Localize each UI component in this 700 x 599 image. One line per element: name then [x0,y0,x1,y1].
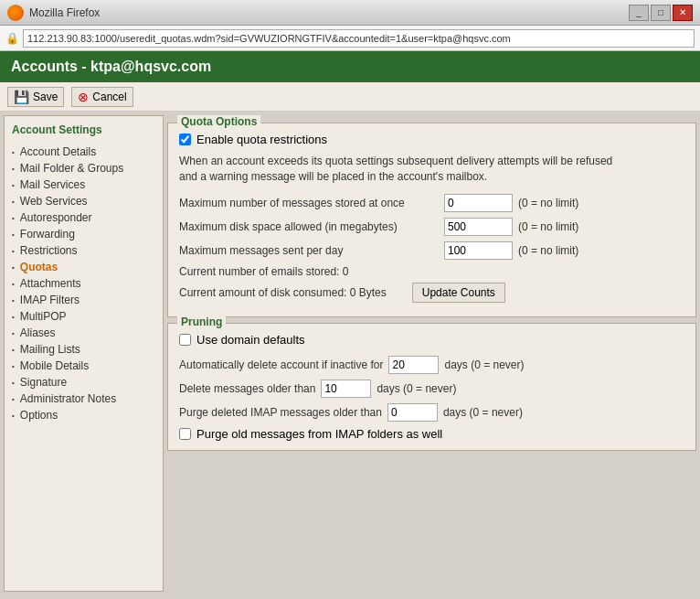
bullet-icon: • [12,412,15,420]
use-domain-label: Use domain defaults [196,333,305,347]
purge-imap-input[interactable] [387,403,438,422]
bullet-icon: • [12,346,15,354]
use-domain-row: Use domain defaults [179,333,684,347]
address-input[interactable] [23,29,695,48]
current-emails-row: Current number of emails stored: 0 [179,265,684,278]
max-sent-label: Maximum messages sent per day [179,244,444,257]
max-disk-row: Maximum disk space allowed (in megabytes… [179,218,684,236]
bullet-icon: • [12,165,15,173]
quota-description: When an account exceeds its quota settin… [179,154,618,185]
enable-quota-row: Enable quota restrictions [179,133,684,146]
sidebar-item-quotas[interactable]: •Quotas [12,259,155,275]
sidebar-item-admin-notes[interactable]: •Administrator Notes [12,390,155,407]
bullet-icon: • [12,230,15,239]
cancel-icon: ⊗ [78,90,89,104]
bullet-icon: • [12,198,15,206]
max-disk-hint: (0 = no limit) [518,220,578,233]
minimize-button[interactable]: _ [629,5,649,21]
title-bar-left: Mozilla Firefox [7,5,100,21]
bullet-icon: • [12,181,15,189]
bullet-icon: • [12,214,15,222]
firefox-icon [7,5,24,21]
sidebar-item-multipop[interactable]: •MultiPOP [12,308,155,325]
bullet-icon: • [12,280,15,288]
bullet-icon: • [12,296,15,305]
sidebar-item-mailing-lists[interactable]: •Mailing Lists [12,341,155,358]
sidebar-item-restrictions[interactable]: •Restrictions [12,242,155,259]
sidebar-item-imap-filters[interactable]: •IMAP Filters [12,292,155,308]
cancel-button[interactable]: ⊗ Cancel [71,87,133,107]
bullet-icon: • [12,362,15,370]
page-title: Accounts - ktpa@hqsvc.com [11,59,211,74]
max-sent-hint: (0 = no limit) [518,244,578,257]
pruning-section: Pruning Use domain defaults Automaticall… [167,323,696,451]
bullet-icon: • [12,148,15,156]
window-title: Mozilla Firefox [29,6,100,19]
purge-old-row: Purge old messages from IMAP folders as … [179,427,684,441]
cancel-label: Cancel [92,91,126,103]
max-messages-input[interactable] [444,194,513,212]
close-button[interactable]: ✕ [673,5,693,21]
sidebar-item-mail-folder[interactable]: •Mail Folder & Groups [12,160,155,176]
toolbar: 💾 Save ⊗ Cancel [0,82,700,112]
bullet-icon: • [12,395,15,403]
inactive-input[interactable] [388,356,439,374]
quota-options-legend: Quota Options [177,115,260,128]
current-emails-label: Current number of emails stored: 0 [179,265,348,278]
title-bar: Mozilla Firefox _ □ ✕ [0,0,700,26]
purge-old-checkbox[interactable] [179,428,191,440]
save-button[interactable]: 💾 Save [7,87,64,107]
purge-imap-hint: days (0 = never) [443,406,523,419]
sidebar-item-web-services[interactable]: •Web Services [12,193,155,209]
older-than-hint: days (0 = never) [377,382,456,395]
sidebar-items: •Account Details •Mail Folder & Groups •… [12,144,155,423]
sidebar: Account Settings •Account Details •Mail … [4,115,164,592]
purge-imap-label: Purge deleted IMAP messages older than [179,406,382,419]
sidebar-item-mobile-details[interactable]: •Mobile Details [12,358,155,374]
sidebar-item-autoresponder[interactable]: •Autoresponder [12,209,155,226]
address-icon: 🔒 [5,32,19,45]
sidebar-item-attachments[interactable]: •Attachments [12,275,155,292]
older-than-input[interactable] [321,380,371,398]
purge-old-label: Purge old messages from IMAP folders as … [196,427,442,441]
current-disk-label: Current amount of disk consumed: 0 Bytes [179,286,387,299]
bullet-icon: • [12,247,15,255]
quota-options-section: Quota Options Enable quota restrictions … [167,123,696,317]
max-sent-input[interactable] [444,241,513,260]
sidebar-item-aliases[interactable]: •Aliases [12,325,155,341]
title-bar-controls: _ □ ✕ [629,5,693,21]
older-than-row: Delete messages older than days (0 = nev… [179,380,684,398]
main-content: Account Settings •Account Details •Mail … [0,112,700,595]
page-header: Accounts - ktpa@hqsvc.com [0,51,700,82]
purge-imap-row: Purge deleted IMAP messages older than d… [179,403,684,422]
max-messages-row: Maximum number of messages stored at onc… [179,194,684,212]
max-disk-input[interactable] [444,218,513,236]
sidebar-item-options[interactable]: •Options [12,407,155,423]
bullet-icon: • [12,379,15,387]
max-messages-label: Maximum number of messages stored at onc… [179,197,444,209]
inactive-row: Automatically delete account if inactive… [179,356,684,374]
use-domain-checkbox[interactable] [179,334,191,346]
inactive-label: Automatically delete account if inactive… [179,358,383,371]
enable-quota-checkbox[interactable] [179,134,191,145]
save-icon: 💾 [14,90,29,104]
right-panel: Quota Options Enable quota restrictions … [167,115,696,592]
bullet-icon: • [12,313,15,321]
inactive-hint: days (0 = never) [444,358,524,371]
save-label: Save [33,91,58,103]
sidebar-item-signature[interactable]: •Signature [12,374,155,390]
bullet-icon: • [12,329,15,337]
sidebar-item-account-details[interactable]: •Account Details [12,144,155,160]
max-messages-hint: (0 = no limit) [518,197,578,209]
pruning-legend: Pruning [177,316,226,328]
sidebar-item-forwarding[interactable]: •Forwarding [12,226,155,242]
maximize-button[interactable]: □ [651,5,671,21]
bullet-icon: • [12,263,15,272]
update-counts-button[interactable]: Update Counts [412,283,505,303]
max-sent-row: Maximum messages sent per day (0 = no li… [179,241,684,260]
address-bar: 🔒 [0,26,700,51]
sidebar-item-mail-services[interactable]: •Mail Services [12,176,155,193]
older-than-label: Delete messages older than [179,382,315,395]
sidebar-title: Account Settings [12,123,155,136]
enable-quota-label: Enable quota restrictions [196,133,327,146]
